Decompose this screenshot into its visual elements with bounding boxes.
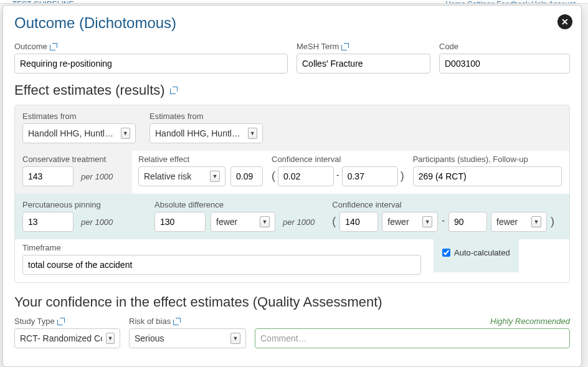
background-topbar: TEST GUIDELINE Home Settings Feedback He… — [0, 0, 588, 4]
